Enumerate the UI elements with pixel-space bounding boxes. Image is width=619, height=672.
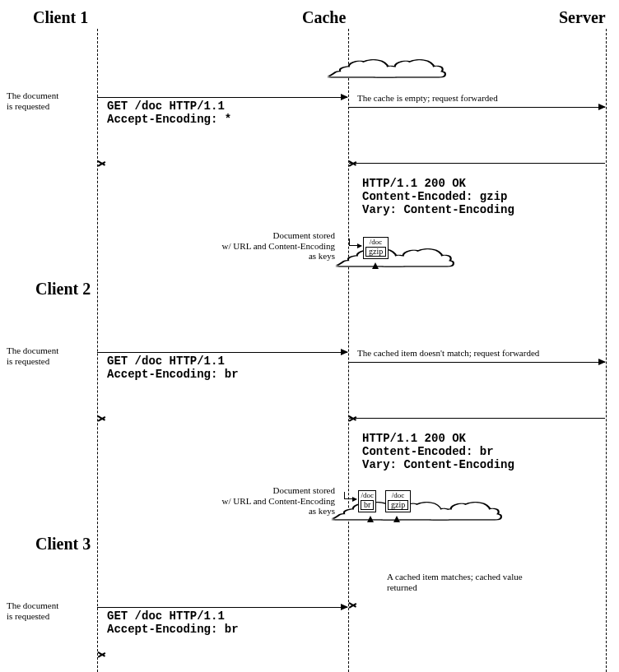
cache-entry-2b-path: /doc <box>388 492 408 499</box>
request-note-3: The document is requested <box>7 600 58 621</box>
cache-entry-2b: /doc gzip <box>385 490 411 512</box>
response2-text: HTTP/1.1 200 OK Content-Encoded: br Vary… <box>362 432 514 471</box>
request1-text: GET /doc HTTP/1.1 Accept-Encoding: * <box>107 100 231 126</box>
response1-text: HTTP/1.1 200 OK Content-Encoded: gzip Va… <box>362 177 514 216</box>
arrow-client3-to-cache <box>97 607 347 608</box>
client3-label: Client 3 <box>35 535 91 554</box>
cache-hit-note: A cached item matches; cached value retu… <box>387 572 523 592</box>
client-lifeline <box>97 29 98 672</box>
cache-header: Cache <box>302 8 346 27</box>
line-server-to-cache-2 <box>349 418 605 419</box>
arrow-cache-to-server-1 <box>349 107 605 108</box>
stored-note-2: Document stored w/ URL and Content-Encod… <box>222 485 335 517</box>
cache-miss-note: The cached item doesn't match; request f… <box>357 348 539 359</box>
arrow-cache-to-server-2 <box>349 362 605 363</box>
client1-header: Client 1 <box>33 8 88 27</box>
request2-text: GET /doc HTTP/1.1 Accept-Encoding: br <box>107 355 239 381</box>
cache-entry-1-path: /doc <box>365 239 386 246</box>
cache-entry-2a-enc: br <box>361 500 374 510</box>
line-server-to-cache-1 <box>349 163 605 164</box>
cache-entry-1-enc: gzip <box>365 247 386 257</box>
cache-in-arrow-1 <box>349 239 361 246</box>
server-header: Server <box>559 8 606 27</box>
cache-entry-2b-enc: gzip <box>388 500 408 510</box>
cache-in-arrow-2 <box>344 492 356 499</box>
stored-note-1: Document stored w/ URL and Content-Encod… <box>222 230 335 262</box>
server-lifeline <box>606 29 607 672</box>
arrow-client2-to-cache <box>97 352 347 353</box>
cache-entry-2a-path: /doc <box>361 492 374 499</box>
arrow-client1-to-cache <box>97 97 347 98</box>
cache-entry-1: /doc gzip <box>363 237 389 259</box>
request3-text: GET /doc HTTP/1.1 Accept-Encoding: br <box>107 609 239 636</box>
cache-entry-2a: /doc br <box>358 490 376 512</box>
cache-lifeline <box>348 29 349 672</box>
request-note-1: The document is requested <box>7 90 58 111</box>
client2-label: Client 2 <box>35 280 91 299</box>
request-note-2: The document is requested <box>7 345 58 366</box>
cache-empty-note: The cache is empty; request forwarded <box>357 93 498 104</box>
